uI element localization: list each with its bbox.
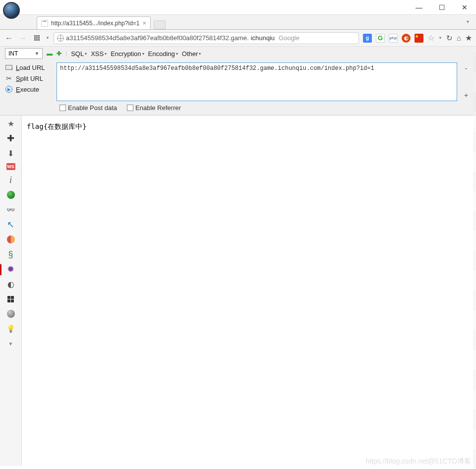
split-url-icon: ✂ bbox=[5, 74, 13, 82]
green-g-ext-icon[interactable]: G bbox=[376, 34, 385, 43]
tab-title: http://a3115455.../index.php?id=1 bbox=[51, 20, 139, 27]
url-domain-text: ichunqiu bbox=[251, 34, 275, 42]
enable-post-checkbox[interactable]: Enable Post data bbox=[60, 104, 117, 112]
watermark-text: https://blog.csdn.net@51CTO博客 bbox=[366, 457, 471, 466]
back-button[interactable]: ← bbox=[4, 33, 14, 43]
bookmark-caret-icon: ▼ bbox=[438, 36, 442, 40]
sidebar-ws-icon[interactable]: WS bbox=[6, 163, 15, 170]
sidebar-cursor-icon[interactable]: ↖ bbox=[6, 220, 16, 230]
bookmark-star-icon[interactable]: ☆ bbox=[427, 33, 434, 43]
page-body-text: flag{在数据库中} bbox=[27, 122, 87, 130]
hb-add-icon[interactable]: ✚ bbox=[57, 50, 61, 57]
sidebar-goggles-icon[interactable]: 👓 bbox=[6, 205, 16, 215]
load-url-button[interactable]: Load URL bbox=[5, 63, 53, 71]
tab-strip: http://a3115455.../index.php?id=1 × ▾ bbox=[0, 15, 476, 30]
checkbox-icon bbox=[127, 105, 133, 111]
forward-button[interactable]: → bbox=[18, 33, 28, 43]
window-minimize-button[interactable]: — bbox=[408, 0, 430, 14]
sidebar-globe-icon[interactable] bbox=[6, 309, 16, 319]
flag-ext-icon[interactable] bbox=[415, 34, 423, 43]
split-url-button[interactable]: ✂ Split URL bbox=[5, 74, 53, 82]
execute-icon: ▶ bbox=[5, 86, 12, 93]
window-titlebar: — ☐ ✕ bbox=[0, 0, 476, 15]
checkbox-icon bbox=[60, 105, 66, 111]
sidebar-palette-icon[interactable]: ◐ bbox=[6, 279, 16, 289]
apps-caret-icon: ▼ bbox=[46, 36, 50, 40]
sidebar-bulb-icon[interactable]: 💡 bbox=[6, 324, 16, 334]
int-type-value: INT bbox=[8, 50, 18, 57]
enable-post-label: Enable Post data bbox=[68, 104, 117, 112]
browser-tab[interactable]: http://a3115455.../index.php?id=1 × bbox=[37, 16, 151, 29]
left-accent-bar bbox=[0, 264, 1, 275]
hackbar-url-input[interactable]: http://a311545598534d5a8e3af967eafb0b8ef… bbox=[57, 62, 457, 101]
sidebar-halfcircle-icon[interactable] bbox=[6, 234, 16, 244]
window-maximize-button[interactable]: ☐ bbox=[430, 0, 453, 14]
tab-close-icon[interactable]: × bbox=[142, 19, 146, 27]
hb-remove-icon[interactable]: ▬ bbox=[47, 50, 53, 57]
execute-button[interactable]: ▶ Execute bbox=[5, 85, 53, 93]
window-close-button[interactable]: ✕ bbox=[453, 0, 476, 14]
hb-minus-icon[interactable]: - bbox=[465, 64, 468, 72]
ubuntu-ext-icon[interactable]: ◐ bbox=[402, 34, 411, 43]
xss-menu[interactable]: XSS▾ bbox=[91, 50, 107, 58]
separator: | bbox=[65, 50, 67, 57]
hb-plus-icon[interactable]: + bbox=[464, 91, 468, 99]
reload-button[interactable]: ↻ bbox=[446, 34, 453, 43]
url-prefix-text: a311545598534d5a8e3af967eafb0b8ef00a80f2… bbox=[66, 34, 249, 42]
sidebar-info-icon[interactable]: i bbox=[6, 175, 16, 185]
int-type-select[interactable]: INT ▼ bbox=[5, 48, 43, 59]
sidebar-grid-icon[interactable] bbox=[6, 294, 16, 304]
google-ext-icon[interactable]: g bbox=[363, 34, 372, 43]
sidebar-more-icon[interactable]: ▼ bbox=[6, 339, 16, 349]
page-favicon-icon bbox=[41, 20, 48, 27]
tab-menu-icon[interactable]: ▾ bbox=[467, 19, 469, 24]
encoding-menu[interactable]: Encoding▾ bbox=[148, 50, 178, 58]
hackbar-toolbar: INT ▼ ▬ ✚ | SQL▾ XSS▾ Encryption▾ Encodi… bbox=[0, 47, 476, 116]
enable-referrer-label: Enable Referrer bbox=[135, 104, 181, 112]
sidebar-addons-icon[interactable]: ✚ bbox=[6, 133, 16, 143]
site-info-icon[interactable] bbox=[57, 35, 64, 42]
sidebar-downloads-icon[interactable]: ⬇ bbox=[6, 148, 16, 158]
apps-grid-icon[interactable] bbox=[32, 33, 42, 43]
right-edge-strip bbox=[473, 47, 476, 469]
sidebar-green-icon[interactable] bbox=[6, 190, 16, 200]
new-tab-button[interactable] bbox=[154, 20, 166, 29]
php-ext-icon[interactable]: php bbox=[389, 34, 398, 43]
app-logo-icon bbox=[3, 2, 20, 19]
extension-sidebar: ★ ✚ ⬇ WS i 👓 ↖ § ✹ ◐ 💡 ▼ bbox=[0, 116, 22, 466]
sidebar-burst-icon[interactable]: ✹ bbox=[6, 264, 16, 274]
address-input[interactable]: a311545598534d5a8e3af967eafb0b8ef00a80f2… bbox=[54, 32, 359, 44]
sidebar-spiral-icon[interactable]: § bbox=[6, 249, 16, 259]
sidebar-star-icon[interactable]: ★ bbox=[6, 118, 16, 128]
home-button[interactable]: ⌂ bbox=[457, 34, 461, 42]
menu-star-icon[interactable]: ★ bbox=[465, 33, 472, 43]
encryption-menu[interactable]: Encryption▾ bbox=[111, 50, 144, 58]
load-url-icon bbox=[5, 65, 12, 70]
enable-referrer-checkbox[interactable]: Enable Referrer bbox=[127, 104, 181, 112]
page-content-area: flag{在数据库中} bbox=[22, 116, 476, 466]
other-menu[interactable]: Other▾ bbox=[182, 50, 201, 58]
sql-menu[interactable]: SQL▾ bbox=[71, 50, 87, 58]
address-toolbar: ← → ▼ a311545598534d5a8e3af967eafb0b8ef0… bbox=[0, 30, 476, 47]
select-caret-icon: ▼ bbox=[35, 51, 39, 56]
search-engine-label: Google bbox=[279, 34, 299, 42]
